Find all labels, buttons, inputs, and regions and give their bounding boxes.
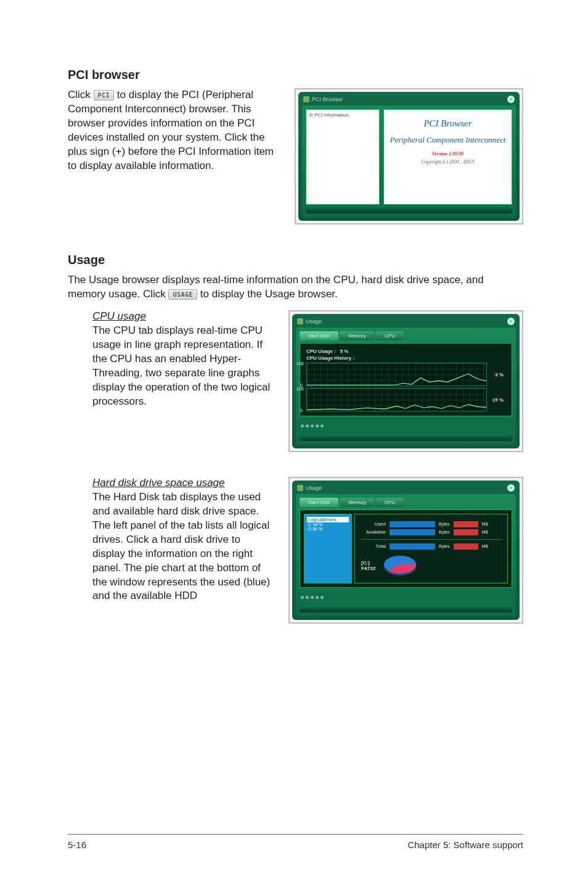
home-icon — [303, 96, 309, 102]
pci-tree-root: PCI Information — [314, 112, 349, 118]
pci-panel: PCI Browser Peripheral Component Interco… — [383, 109, 512, 205]
hdd-pie-label-2: FAT32 — [361, 566, 375, 571]
cpu-window-title: Usage — [306, 318, 507, 324]
pci-panel-sub: Peripheral Component Interconnect — [384, 135, 512, 145]
cpu-screenshot: Usage × Hard Disk Memory CPU CPU Usage :… — [288, 310, 523, 452]
cpu-subheading: CPU usage — [92, 310, 271, 323]
usage-intro: The Usage browser displays real-time inf… — [68, 273, 523, 302]
tab-memory: Memory — [340, 331, 375, 340]
cpu-history-label: CPU Usage History : — [306, 355, 505, 361]
close-icon: × — [507, 96, 515, 103]
home-icon — [297, 318, 303, 324]
hdd-drive-c: -C 38 % — [307, 522, 349, 527]
hdd-pie-chart — [382, 553, 419, 578]
page-number: 5-16 — [68, 840, 86, 850]
usage-intro-post: to display the Usage browser. — [197, 288, 338, 300]
hdd-total-label: Total — [361, 543, 386, 549]
pci-panel-title: PCI Browser — [384, 118, 512, 129]
pci-panel-version: Version 1.00.00 — [384, 151, 512, 157]
hdd-subheading: Hard disk drive space usage — [92, 477, 271, 489]
hdd-screenshot: Usage × Hard Disk Memory CPU LogicalDriv… — [288, 477, 523, 624]
tab-cpu: CPU — [376, 331, 404, 340]
cpu-graph1-pct: 3 % — [495, 372, 504, 377]
cpu-usage-value: 5 % — [340, 349, 349, 354]
hdd-drive-list: LogicalDrives -C 38 % -D 86 % — [304, 514, 352, 584]
hdd-window-title: Usage — [306, 485, 507, 491]
tab-harddisk: Hard Disk — [300, 498, 338, 507]
close-icon: × — [507, 484, 515, 492]
tab-harddisk: Hard Disk — [300, 331, 338, 340]
usage-heading: Usage — [68, 253, 523, 267]
home-icon — [297, 485, 303, 491]
pci-toolbar-button[interactable]: PCI — [94, 90, 115, 101]
pci-paragraph: Click PCI to display the PCI (Peripheral… — [68, 88, 277, 173]
tab-memory: Memory — [340, 498, 375, 507]
pci-screenshot: PCI Browser × ⊞ PCI Information PCI Brow… — [295, 88, 523, 225]
hdd-text: The Hard Disk tab displays the used and … — [92, 490, 271, 604]
pci-window-title: PCI Browser — [312, 96, 507, 102]
hdd-avail-label: Available — [361, 529, 386, 535]
pci-heading: PCI browser — [68, 68, 523, 82]
cpu-graph-2: 15 % — [306, 388, 487, 411]
close-icon: × — [507, 318, 515, 325]
cpu-graph-1: 3 % — [306, 363, 487, 386]
pci-para-post: to display the PCI (Peripheral Component… — [68, 89, 274, 171]
pci-tree: ⊞ PCI Information — [306, 109, 380, 205]
hdd-left-title: LogicalDrives — [307, 517, 349, 522]
cpu-graph2-pct: 15 % — [492, 397, 504, 403]
pci-panel-copyright: Copyright (c) 2004 , ASUS — [384, 159, 512, 165]
hdd-drive-d: -D 86 % — [307, 527, 349, 531]
hdd-details: Used Bytes MB Available Bytes MB — [354, 514, 508, 584]
hdd-used-label: Used — [361, 521, 386, 527]
tab-cpu: CPU — [376, 498, 404, 507]
hdd-pie-label-1: [C:] — [361, 560, 375, 566]
usage-toolbar-button[interactable]: USAGE — [168, 289, 197, 300]
cpu-usage-label: CPU Usage : — [306, 349, 336, 354]
chapter-label: Chapter 5: Software support — [407, 840, 523, 850]
cpu-text: The CPU tab displays real-time CPU usage… — [92, 324, 271, 409]
pci-para-pre: Click — [68, 89, 94, 101]
